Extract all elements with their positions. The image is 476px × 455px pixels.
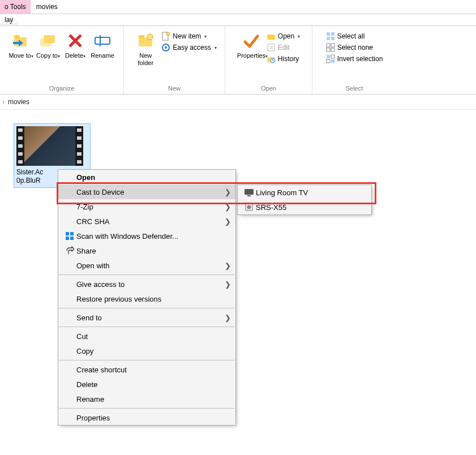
edit-label: Edit <box>278 44 290 51</box>
tv-icon <box>242 188 256 196</box>
move-to-label: Move to <box>8 52 31 59</box>
menu-cut-label: Cut <box>76 332 225 341</box>
menu-restore-versions[interactable]: Restore previous versions <box>58 291 235 306</box>
svg-point-44 <box>247 205 251 209</box>
menu-shortcut-label: Create shortcut <box>76 366 225 374</box>
svg-rect-38 <box>70 232 74 235</box>
chevron-right-icon: › <box>2 98 5 106</box>
menu-delete-label: Delete <box>76 380 225 389</box>
submenu-device-srs[interactable]: SRS-X55 <box>238 200 371 214</box>
menu-create-shortcut[interactable]: Create shortcut <box>58 362 235 377</box>
svg-rect-34 <box>331 55 335 58</box>
menu-send-to[interactable]: Send to❯ <box>58 310 235 325</box>
video-tools-label: o Tools <box>5 3 26 11</box>
copy-to-icon <box>39 32 57 50</box>
menu-rename-label: Rename <box>76 395 225 404</box>
menu-send-to-label: Send to <box>76 314 225 322</box>
invert-selection-button[interactable]: Invert selection <box>326 54 383 63</box>
ribbon: Move to▾ Copy to▾ Delete▾ Rename <box>0 26 476 95</box>
svg-rect-28 <box>331 37 335 40</box>
svg-rect-29 <box>327 44 330 47</box>
menu-cast-to-device[interactable]: Cast to Device❯ <box>58 184 235 199</box>
new-group-label: New <box>168 84 181 94</box>
new-item-button[interactable]: New item▾ <box>161 32 216 41</box>
menu-crc-sha[interactable]: CRC SHA❯ <box>58 214 235 229</box>
new-item-icon <box>161 32 170 41</box>
invert-selection-label: Invert selection <box>337 55 383 63</box>
breadcrumb[interactable]: › movies <box>0 95 476 110</box>
breadcrumb-current: movies <box>8 98 29 106</box>
svg-rect-35 <box>327 59 330 63</box>
ribbon-group-open: Properties▾ Open▾ Edit History Open <box>225 26 312 94</box>
move-to-icon <box>12 32 30 50</box>
delete-icon <box>66 32 84 50</box>
play-tab-label: lay <box>5 16 13 24</box>
menu-properties[interactable]: Properties <box>58 410 235 425</box>
svg-rect-26 <box>331 32 335 36</box>
video-still <box>24 126 75 166</box>
menu-crc-label: CRC SHA <box>76 217 225 226</box>
menu-give-access[interactable]: Give access to❯ <box>58 277 235 291</box>
menu-defender[interactable]: Scan with Windows Defender... <box>58 229 235 243</box>
svg-rect-41 <box>245 189 254 195</box>
history-icon <box>267 54 276 63</box>
titlebar: o Tools movies <box>0 0 476 14</box>
film-sprockets-right <box>75 126 83 166</box>
menu-properties-label: Properties <box>76 414 225 422</box>
select-group-label: Select <box>346 84 363 94</box>
menu-delete[interactable]: Delete <box>58 377 235 392</box>
svg-point-13 <box>166 32 170 36</box>
svg-rect-18 <box>268 44 275 51</box>
properties-icon <box>242 32 260 50</box>
svg-rect-4 <box>44 35 55 43</box>
svg-rect-25 <box>327 32 330 36</box>
film-sprockets-left <box>16 126 24 166</box>
menu-share[interactable]: Share <box>58 243 235 258</box>
select-none-label: Select none <box>337 44 373 51</box>
svg-point-15 <box>165 46 167 49</box>
menu-open-with[interactable]: Open with❯ <box>58 258 235 273</box>
menu-separator <box>59 360 235 360</box>
menu-copy-label: Copy <box>76 347 225 355</box>
menu-cast-label: Cast to Device <box>76 188 225 196</box>
menu-7zip[interactable]: 7-Zip❯ <box>58 199 235 214</box>
svg-rect-10 <box>139 35 144 38</box>
easy-access-button[interactable]: Easy access▾ <box>161 43 216 52</box>
new-folder-button[interactable]: New folder <box>132 31 159 67</box>
device2-label: SRS-X55 <box>256 203 286 212</box>
new-folder-icon <box>136 32 155 50</box>
menu-separator <box>59 274 235 275</box>
organize-group-label: Organize <box>49 84 75 94</box>
easy-access-label: Easy access <box>173 44 211 51</box>
submenu-arrow-icon: ❯ <box>225 203 231 211</box>
menu-copy[interactable]: Copy <box>58 344 235 358</box>
menu-cut[interactable]: Cut <box>58 329 235 344</box>
ribbon-group-select: Select all Select none Invert selection … <box>312 26 396 94</box>
window-title: movies <box>31 0 63 14</box>
svg-rect-32 <box>331 48 335 51</box>
menu-open[interactable]: Open <box>58 170 235 184</box>
menu-open-label: Open <box>76 173 225 182</box>
svg-rect-36 <box>331 59 335 63</box>
open-button[interactable]: Open▾ <box>267 32 300 41</box>
edit-icon <box>267 43 276 52</box>
copy-to-button[interactable]: Copy to▾ <box>35 31 62 60</box>
submenu-arrow-icon: ❯ <box>225 261 231 270</box>
video-tools-tab[interactable]: o Tools <box>0 0 31 14</box>
menu-rename[interactable]: Rename <box>58 392 235 406</box>
move-to-button[interactable]: Move to▾ <box>7 31 35 60</box>
properties-button[interactable]: Properties▾ <box>237 31 264 60</box>
select-all-button[interactable]: Select all <box>326 32 383 41</box>
rename-button[interactable]: Rename <box>89 31 116 59</box>
history-button[interactable]: History <box>267 54 300 63</box>
select-all-label: Select all <box>337 32 365 40</box>
delete-button[interactable]: Delete▾ <box>62 31 89 60</box>
play-tab[interactable]: lay <box>0 16 18 24</box>
device1-label: Living Room TV <box>256 188 308 197</box>
edit-button[interactable]: Edit <box>267 43 300 52</box>
menu-give-access-label: Give access to <box>76 280 225 289</box>
submenu-device-living-room[interactable]: Living Room TV <box>238 185 371 200</box>
svg-rect-39 <box>66 237 69 240</box>
svg-rect-40 <box>70 237 74 240</box>
select-none-button[interactable]: Select none <box>326 43 383 52</box>
